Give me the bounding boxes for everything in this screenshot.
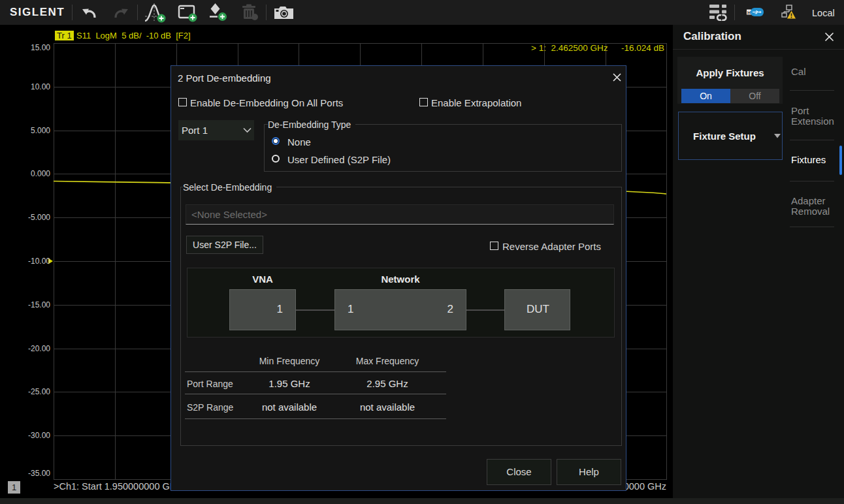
svg-text:H: H xyxy=(747,10,751,15)
